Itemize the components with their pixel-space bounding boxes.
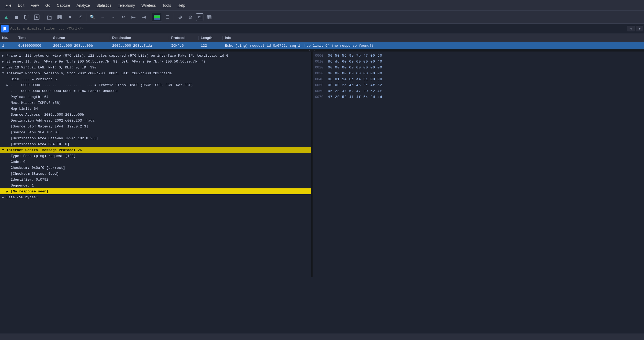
tree-row[interactable]: [Destination 6to4 SLA ID: 0] — [0, 141, 311, 147]
tree-row[interactable]: .... 0000 0000 0000 0000 0000 = Flow Lab… — [0, 88, 311, 94]
tree-row[interactable]: 0110 .... = Version: 6 — [0, 76, 311, 82]
open-file-button[interactable] — [45, 13, 54, 22]
hex-bytes: 00 00 00 00 00 00 00 00 — [328, 71, 382, 75]
menu-file[interactable]: File — [2, 2, 15, 9]
capture-options-button[interactable] — [32, 13, 41, 22]
tree-row[interactable]: [Checksum Status: Good] — [0, 171, 311, 177]
find-packet-button[interactable]: 🔍 — [88, 13, 97, 22]
tree-row[interactable]: ▼Internet Protocol Version 6, Src: 2002:… — [0, 70, 311, 76]
tree-row[interactable]: Payload Length: 64 — [0, 94, 311, 100]
fit-columns-button[interactable] — [204, 13, 214, 22]
tree-row[interactable]: Source Address: 2002:c000:203::b00b — [0, 112, 311, 118]
tree-arrow-icon: ▶ — [2, 196, 6, 199]
hex-bytes: 45 2e 4f 52 47 20 52 4f — [328, 89, 382, 93]
stop-capture-button[interactable]: ◼ — [12, 13, 21, 22]
packet-time: 0.000000000 — [16, 44, 51, 48]
filter-bookmark-button[interactable] — [1, 25, 9, 32]
menu-help[interactable]: Help — [174, 2, 188, 9]
packet-row[interactable]: 1 0.000000000 2002:c000:203::b00b 2002:c… — [0, 42, 644, 49]
hex-offset: 0050 — [315, 83, 325, 87]
filter-arrow-button[interactable]: ⇒ — [627, 26, 635, 31]
menu-edit[interactable]: Edit — [15, 2, 28, 9]
horizontal-divider[interactable] — [0, 49, 644, 52]
tree-row[interactable]: ▶Data (56 bytes) — [0, 194, 311, 200]
packet-list-header: No. Time Source Destination Protocol Len… — [0, 34, 644, 42]
tree-row[interactable]: ▶802.1Q Virtual LAN, PRI: 0, DEI: 0, ID:… — [0, 64, 311, 70]
tree-row[interactable]: Identifier: 0x0792 — [0, 177, 311, 182]
tree-row[interactable]: ▶[No response seen] — [0, 188, 311, 194]
tree-label: 802.1Q Virtual LAN, PRI: 0, DEI: 0, ID: … — [6, 65, 96, 70]
reload-file-button[interactable]: ↺ — [75, 13, 85, 22]
tree-row[interactable]: Code: 0 — [0, 159, 311, 165]
first-packet-button[interactable]: ↩ — [119, 13, 128, 22]
tree-row[interactable]: ▶Frame 1: 122 bytes on wire (976 bits), … — [0, 53, 311, 59]
prev-packet-button[interactable]: ← — [98, 13, 107, 22]
tree-row[interactable]: [Source 6to4 Gateway IPv4: 192.0.2.3] — [0, 123, 311, 129]
zoom-in-button[interactable]: ⊕ — [175, 13, 185, 22]
toolbar: ▲ ◼ ✕ ↺ 🔍 ← → ↩ ⇤ ⇥ ☰ ⊕ ⊖ 1:1 — [0, 11, 644, 24]
tree-label: Hop Limit: 64 — [11, 107, 38, 111]
tree-row[interactable]: Next Header: ICMPv6 (58) — [0, 100, 311, 106]
tree-label: Sequence: 1 — [11, 184, 34, 188]
tree-row[interactable]: Type: Echo (ping) request (128) — [0, 153, 311, 159]
tree-label: [Destination 6to4 Gateway IPv4: 192.0.2.… — [11, 136, 99, 140]
tree-label: Internet Protocol Version 6, Src: 2002:c… — [6, 71, 172, 75]
filter-add-button[interactable]: + — [636, 26, 643, 31]
last-packet-button[interactable]: ⇤ — [129, 13, 138, 22]
menu-telephony[interactable]: Telephony — [115, 2, 138, 9]
tree-label: Destination Address: 2002:c000:203::fada — [11, 119, 94, 123]
hex-row: 005000 00 2d 4d 45 2e 4f 52 — [315, 82, 642, 88]
tree-label: Source Address: 2002:c000:203::b00b — [11, 113, 84, 117]
normal-size-button[interactable]: 1:1 — [196, 13, 203, 21]
menu-capture[interactable]: Capture — [54, 2, 74, 9]
svg-rect-2 — [58, 15, 61, 19]
menu-view[interactable]: View — [28, 2, 42, 9]
hex-offset: 0040 — [315, 77, 325, 81]
save-file-button[interactable] — [55, 13, 64, 22]
next-packet-button[interactable]: → — [108, 13, 118, 22]
close-file-button[interactable]: ✕ — [65, 13, 74, 22]
tree-arrow-icon: ▶ — [2, 54, 6, 57]
tree-row[interactable]: [Destination 6to4 Gateway IPv4: 192.0.2.… — [0, 135, 311, 141]
tree-label: Internet Control Message Protocol v6 — [6, 148, 82, 152]
zoom-out-button[interactable]: ⊖ — [186, 13, 195, 22]
tree-label: .... 0000 0000 0000 0000 0000 = Flow Lab… — [11, 89, 118, 93]
packet-source: 2002:c000:203::b00b — [51, 44, 110, 48]
menu-statistics[interactable]: Statistics — [93, 2, 115, 9]
tree-label: Frame 1: 122 bytes on wire (976 bits), 1… — [6, 54, 228, 58]
tree-arrow-icon: ▼ — [2, 72, 6, 75]
col-length: Length — [199, 36, 223, 40]
toolbar-sep-4 — [174, 13, 174, 21]
tree-row[interactable]: ▶Ethernet II, Src: VMware_9e:7b:f9 (00:5… — [0, 59, 311, 64]
tree-row[interactable]: Hop Limit: 64 — [0, 106, 311, 112]
filter-controls: ⇒ + — [627, 26, 643, 31]
svg-point-0 — [36, 16, 38, 18]
hex-bytes: 00 50 56 9e 7b f7 00 50 — [328, 54, 382, 58]
menu-go[interactable]: Go — [42, 2, 54, 9]
tree-row[interactable]: Checksum: 0x0af0 [correct] — [0, 165, 311, 171]
tree-row[interactable]: Sequence: 1 — [0, 182, 311, 188]
tree-label: .... 0000 0000 .... .... .... .... .... … — [11, 83, 193, 87]
tree-row[interactable]: ▶.... 0000 0000 .... .... .... .... ....… — [0, 82, 311, 88]
packet-destination: 2002:c000:203::fada — [110, 44, 169, 48]
tree-row[interactable]: ▼Internet Control Message Protocol v6 — [0, 147, 311, 153]
layout-button[interactable]: ☰ — [163, 13, 172, 22]
col-info: Info — [223, 36, 644, 40]
tree-row[interactable]: [Source 6to4 SLA ID: 0] — [0, 129, 311, 135]
menu-analyze[interactable]: Analyze — [73, 2, 93, 9]
packet-no: 1 — [0, 44, 16, 48]
filter-input[interactable] — [10, 27, 627, 31]
colorize-button[interactable] — [152, 13, 162, 22]
statusbar — [0, 334, 644, 340]
menu-tools[interactable]: Tools — [159, 2, 174, 9]
tree-label: [No response seen] — [11, 189, 48, 193]
packet-list: No. Time Source Destination Protocol Len… — [0, 34, 644, 49]
menu-wireless[interactable]: Wireless — [138, 2, 159, 9]
tree-arrow-icon: ▶ — [2, 66, 6, 69]
new-capture-button[interactable]: ▲ — [2, 13, 11, 22]
tree-row[interactable]: Destination Address: 2002:c000:203::fada — [0, 118, 311, 123]
jump-packet-button[interactable]: ⇥ — [139, 13, 148, 22]
restart-capture-button[interactable] — [22, 13, 31, 22]
hex-offset: 0070 — [315, 95, 325, 99]
tree-label: [Checksum Status: Good] — [11, 172, 59, 176]
